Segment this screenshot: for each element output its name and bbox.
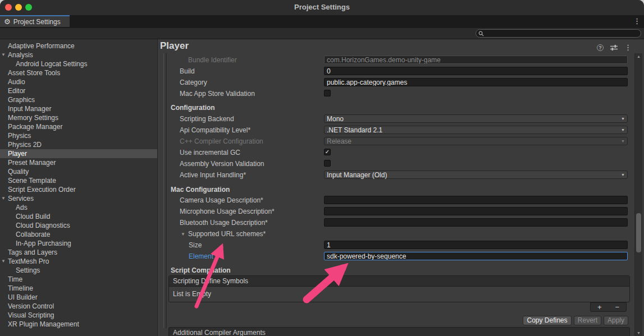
chevron-down-icon: ▼ bbox=[621, 139, 625, 143]
sidebar-item-label: Editor bbox=[8, 87, 25, 95]
page-title: Player bbox=[160, 40, 189, 52]
api-compatibility-level-dropdown[interactable]: .NET Standard 2.1▼ bbox=[324, 126, 628, 134]
sidebar-item-label: Graphics bbox=[8, 96, 35, 104]
sidebar-item-label: UI Builder bbox=[8, 293, 38, 301]
mac-app-store-validation-checkbox[interactable]: ✓ bbox=[324, 90, 331, 96]
build-input[interactable] bbox=[324, 67, 628, 75]
sidebar-item-settings[interactable]: Settings bbox=[0, 266, 157, 275]
remove-item-button[interactable]: − bbox=[615, 303, 619, 311]
sidebar-item-label: TextMesh Pro bbox=[8, 257, 49, 265]
sidebar-item-label: Android Logcat Settings bbox=[16, 60, 87, 68]
microphone-usage-description-input[interactable] bbox=[324, 207, 628, 215]
search-box[interactable] bbox=[476, 29, 641, 38]
foldout-triangle-icon[interactable]: ▼ bbox=[181, 230, 185, 238]
foldout-supported-url-schemes[interactable]: Supported URL schemes* bbox=[188, 230, 266, 238]
sidebar-item-services[interactable]: ▼Services bbox=[0, 194, 157, 203]
sidebar-item-label: Adaptive Performance bbox=[8, 42, 75, 50]
field-label-category: Category bbox=[180, 79, 207, 87]
sidebar-item-input-manager[interactable]: Input Manager bbox=[0, 104, 157, 113]
field-label-microphone-usage-description: Microphone Usage Description* bbox=[180, 208, 275, 216]
sidebar-item-graphics[interactable]: Graphics bbox=[0, 95, 157, 104]
section-script-compilation: Script Compilation bbox=[171, 266, 231, 274]
sidebar-item-physics[interactable]: Physics bbox=[0, 131, 157, 140]
category-input[interactable] bbox=[324, 78, 628, 86]
sidebar-item-ui-builder[interactable]: UI Builder bbox=[0, 293, 157, 302]
list-header[interactable]: Scripting Define Symbols bbox=[169, 276, 629, 287]
scroll-up-arrow-icon[interactable]: ▲ bbox=[635, 54, 642, 58]
sidebar-item-version-control[interactable]: Version Control bbox=[0, 302, 157, 311]
sidebar-item-cloud-diagnostics[interactable]: Cloud Diagnostics bbox=[0, 221, 157, 230]
list-empty-row: List is Empty bbox=[169, 287, 629, 302]
sidebar-item-label: Script Execution Order bbox=[8, 186, 76, 194]
sidebar-item-adaptive-performance[interactable]: Adaptive Performance bbox=[0, 42, 157, 50]
sidebar-item-label: Asset Store Tools bbox=[8, 69, 60, 77]
dropdown-value: Mono bbox=[327, 115, 344, 123]
sidebar-item-tags-and-layers[interactable]: Tags and Layers bbox=[0, 248, 157, 257]
foldout-triangle-icon[interactable]: ▼ bbox=[1, 257, 6, 266]
sidebar-item-label: Ads bbox=[16, 204, 28, 211]
sidebar-item-label: Quality bbox=[8, 168, 29, 176]
list-footer: + − bbox=[590, 302, 627, 312]
sidebar-item-quality[interactable]: Quality bbox=[0, 167, 157, 176]
additional-compiler-arguments-header[interactable]: Additional Compiler Arguments bbox=[168, 327, 630, 336]
scrollbar-thumb[interactable] bbox=[636, 213, 641, 252]
sidebar-item-timeline[interactable]: Timeline bbox=[0, 284, 157, 293]
panel-kebab-menu-icon[interactable]: ⋮ bbox=[624, 44, 632, 51]
sidebar-item-player[interactable]: Player bbox=[0, 149, 157, 158]
dropdown-value: Release bbox=[327, 137, 351, 145]
scripting-backend-dropdown[interactable]: Mono▼ bbox=[324, 114, 628, 123]
sidebar-item-preset-manager[interactable]: Preset Manager bbox=[0, 158, 157, 167]
presets-sliders-icon[interactable] bbox=[610, 44, 618, 51]
bundle-identifier-input bbox=[324, 56, 628, 64]
assembly-version-validation-checkbox[interactable]: ✓ bbox=[324, 160, 331, 167]
project-settings-window: Project Settings ⚙ Project Settings ⋮ Ad… bbox=[0, 0, 644, 336]
foldout-triangle-icon[interactable]: ▼ bbox=[1, 194, 6, 203]
active-input-handling-dropdown[interactable]: Input Manager (Old)▼ bbox=[324, 171, 628, 179]
scroll-down-arrow-icon[interactable]: ▼ bbox=[635, 331, 642, 335]
sidebar-item-visual-scripting[interactable]: Visual Scripting bbox=[0, 311, 157, 320]
sidebar-item-ads[interactable]: Ads bbox=[0, 203, 157, 212]
field-label-cpp-compiler-configuration: C++ Compiler Configuration bbox=[180, 137, 263, 146]
dropdown-value: .NET Standard 2.1 bbox=[327, 126, 382, 134]
use-incremental-gc-checkbox[interactable]: ✓ bbox=[324, 149, 331, 155]
sidebar-item-editor[interactable]: Editor bbox=[0, 86, 157, 95]
camera-usage-description-input[interactable] bbox=[324, 196, 628, 204]
sidebar-item-android-logcat-settings[interactable]: Android Logcat Settings bbox=[0, 59, 157, 68]
sidebar-item-collaborate[interactable]: Collaborate bbox=[0, 230, 157, 239]
panel-groove-line bbox=[163, 53, 164, 328]
field-label-element-0: Element 0 bbox=[189, 252, 219, 261]
sidebar-item-package-manager[interactable]: Package Manager bbox=[0, 122, 157, 131]
sidebar-item-analysis[interactable]: ▼Analysis bbox=[0, 50, 157, 59]
sidebar-item-scene-template[interactable]: Scene Template bbox=[0, 176, 157, 185]
sidebar-item-time[interactable]: Time bbox=[0, 275, 157, 284]
sidebar-item-script-execution-order[interactable]: Script Execution Order bbox=[0, 185, 157, 194]
field-label-bundle-identifier: Bundle Identifier bbox=[188, 56, 237, 65]
vertical-scrollbar[interactable]: ▲ ▼ bbox=[634, 53, 642, 336]
sidebar-item-textmesh-pro[interactable]: ▼TextMesh Pro bbox=[0, 257, 157, 266]
chevron-down-icon: ▼ bbox=[621, 128, 625, 132]
element-0-input[interactable] bbox=[324, 252, 628, 260]
sidebar-item-asset-store-tools[interactable]: Asset Store Tools bbox=[0, 68, 157, 77]
add-item-button[interactable]: + bbox=[597, 303, 602, 311]
sidebar-item-memory-settings[interactable]: Memory Settings bbox=[0, 113, 157, 122]
tab-project-settings[interactable]: ⚙ Project Settings bbox=[0, 15, 70, 27]
tab-bar-kebab-menu-icon[interactable]: ⋮ bbox=[633, 17, 641, 25]
help-icon[interactable]: ? bbox=[597, 44, 604, 51]
search-input[interactable] bbox=[486, 30, 641, 37]
copy-defines-button[interactable]: Copy Defines bbox=[523, 316, 572, 325]
sidebar-item-label: Input Manager bbox=[8, 105, 51, 113]
toolbar bbox=[0, 28, 644, 39]
sidebar-item-in-app-purchasing[interactable]: In-App Purchasing bbox=[0, 239, 157, 248]
sidebar-item-label: Services bbox=[8, 195, 34, 202]
foldout-triangle-icon[interactable]: ▼ bbox=[1, 50, 6, 59]
sidebar-item-physics-2d[interactable]: Physics 2D bbox=[0, 140, 157, 149]
sidebar-item-cloud-build[interactable]: Cloud Build bbox=[0, 212, 157, 221]
url-schemes-size-input[interactable] bbox=[324, 241, 628, 249]
sidebar-item-xr-plugin-management[interactable]: XR Plugin Management bbox=[0, 320, 157, 329]
bluetooth-usage-description-input[interactable] bbox=[324, 218, 628, 227]
sidebar-item-label: Version Control bbox=[8, 302, 54, 310]
sidebar-item-label: Audio bbox=[8, 78, 25, 86]
sidebar-item-audio[interactable]: Audio bbox=[0, 77, 157, 86]
scripting-define-symbols-list: Scripting Define Symbols List is Empty bbox=[168, 275, 630, 302]
apply-button: Apply bbox=[604, 316, 628, 325]
